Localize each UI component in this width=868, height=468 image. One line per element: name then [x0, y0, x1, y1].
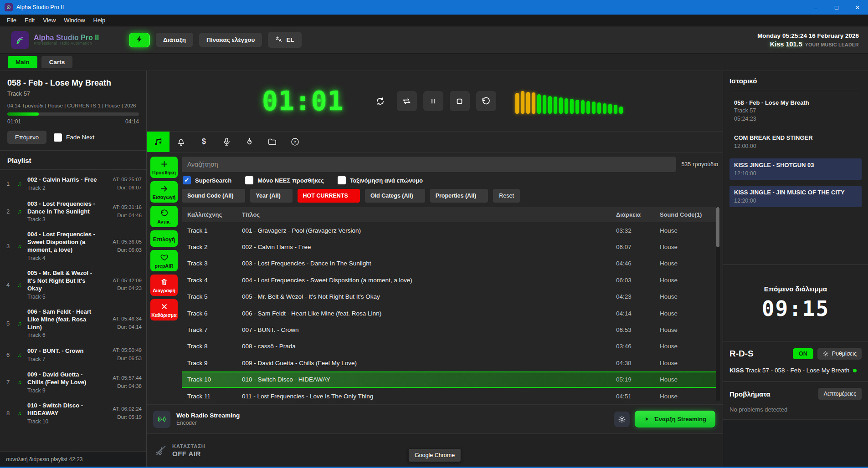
search-option: SuperSearch	[183, 176, 231, 184]
playlist-item[interactable]: 2 ♫ 003 - Lost Frequencies - Dance In Th…	[0, 196, 146, 227]
filter-dropdown[interactable]: Properties (All)	[430, 189, 488, 203]
next-button[interactable]: Επόμενο	[7, 131, 46, 144]
table-row[interactable]: Track 1 001 - Gravagerz - Pool (Gravager…	[182, 222, 720, 239]
transport-icon	[481, 97, 491, 106]
now-playing-times: 01:01 04:14	[7, 118, 139, 125]
search-option-checkbox[interactable]	[245, 176, 253, 184]
transport-button[interactable]	[423, 91, 443, 111]
library-action-button[interactable]: Προσθήκη	[150, 157, 178, 178]
filter-dropdown[interactable]: Sound Code (All)	[182, 189, 245, 203]
search-option-checkbox[interactable]	[338, 176, 346, 184]
next-break-timer: 09:15	[762, 296, 829, 321]
app-icon	[5, 3, 13, 11]
table-row[interactable]: Track 4 004 - Lost Frequencies - Sweet D…	[182, 272, 720, 288]
library-tab[interactable]: ?	[283, 132, 306, 152]
control-panel-button[interactable]: Πίνακας ελέγχου	[199, 33, 262, 47]
history-item[interactable]: 058 - Feb - Lose My Breath Track 57 05:2…	[729, 96, 862, 125]
brand-block: Alpha Studio Pro II Professional Radio A…	[34, 34, 99, 46]
table-row[interactable]: Track 2 002 - Calvin Harris - Free 06:07…	[182, 239, 720, 255]
history-item[interactable]: COM BREAK END STINGER 12:00:00	[729, 131, 862, 153]
table-row[interactable]: Track 7 007 - BUNT. - Crown 06:53 House	[182, 321, 720, 338]
language-button[interactable]: EL	[268, 32, 301, 48]
menu-item[interactable]: View	[39, 15, 60, 26]
library-action-button[interactable]: Καθάρισμα	[150, 299, 178, 320]
minimize-button[interactable]: –	[805, 0, 826, 15]
playlist-item[interactable]: 5 ♫ 006 - Sam Feldt - Heart Like Mine (f…	[0, 304, 146, 343]
history-item-title: KISS JINGLE - SHOTGUN 03	[734, 162, 857, 168]
library-tab[interactable]	[215, 132, 238, 152]
library-action-button[interactable]: prepAIR	[150, 250, 178, 271]
tab-carts[interactable]: Carts	[41, 56, 73, 68]
transport-button[interactable]	[370, 91, 390, 111]
playlist-item-schedule: AT: 05:57:44 Dur: 04:38	[103, 374, 142, 391]
transport-button[interactable]	[450, 91, 470, 111]
tab-main[interactable]: Main	[8, 56, 37, 68]
history-item[interactable]: KISS JINGLE - SHOTGUN 03 12:10:00	[729, 158, 862, 180]
playlist-item[interactable]: 8 ♫ 010 - Switch Disco - HIDEAWAY Track …	[0, 398, 146, 429]
playlist-item-title: 007 - BUNT. - Crown	[27, 347, 99, 355]
library-tab[interactable]	[238, 132, 261, 152]
library-action-button[interactable]: Εισαγωγή	[150, 181, 178, 203]
cell-sound-code: House	[660, 227, 720, 234]
menu-item[interactable]: Window	[60, 15, 89, 26]
layout-button[interactable]: Διάταξη	[156, 33, 193, 47]
reset-button[interactable]: Reset	[493, 189, 520, 203]
playlist-header: Playlist	[0, 151, 146, 170]
scrollbar-thumb[interactable]	[716, 207, 719, 247]
cell-duration: 04:23	[616, 293, 660, 300]
quick-action-button[interactable]	[129, 33, 150, 47]
filter-row: Sound Code (All) Year (All)	[182, 189, 720, 203]
library-action-button[interactable]: Διαγραφή	[150, 275, 178, 296]
taskbar-chrome-item[interactable]: Google Chrome	[409, 449, 461, 462]
search-option-checkbox[interactable]	[183, 176, 191, 184]
playlist-item-schedule: AT: 05:50:49 Dur: 06:53	[103, 346, 142, 363]
filter-dropdown[interactable]: HOT CURRENTS	[298, 189, 360, 203]
playlist-item[interactable]: 1 ♫ 002 - Calvin Harris - Free Track 2 A…	[0, 172, 146, 196]
playlist-item-schedule: AT: 05:36:05 Dur: 06:03	[103, 238, 142, 254]
close-button[interactable]: ✕	[847, 0, 868, 15]
details-button[interactable]: Λεπτομέρειες	[818, 388, 862, 400]
vu-bar	[559, 97, 563, 114]
search-input[interactable]	[182, 157, 676, 172]
rds-on-badge[interactable]: ON	[793, 348, 813, 359]
playlist-item[interactable]: 6 ♫ 007 - BUNT. - Crown Track 7 AT: 05:5…	[0, 342, 146, 367]
table-body: Track 1 001 - Gravagerz - Pool (Gravager…	[182, 222, 720, 401]
library-action-button[interactable]: Επιλογή	[150, 230, 178, 247]
transport-button[interactable]	[397, 91, 417, 111]
table-row[interactable]: Track 6 006 - Sam Feldt - Heart Like Min…	[182, 305, 720, 321]
playlist-item[interactable]: 3 ♫ 004 - Lost Frequencies - Sweet Dispo…	[0, 227, 146, 265]
library-tab[interactable]: $	[192, 132, 215, 152]
rds-settings-button[interactable]: Ρυθμίσεις	[817, 348, 862, 360]
library-tab[interactable]	[261, 132, 283, 152]
history-item-subtitle: Track 57	[734, 107, 857, 114]
menu-item[interactable]: Edit	[21, 15, 39, 26]
transport-button[interactable]	[476, 91, 496, 111]
start-streaming-button[interactable]: Έναρξη Streaming	[635, 411, 715, 427]
menu-item[interactable]: File	[3, 15, 21, 26]
streaming-settings-button[interactable]	[614, 412, 630, 427]
playlist-item[interactable]: 4 ♫ 005 - Mr. Belt & Wezol - It's Not Ri…	[0, 265, 146, 304]
library-tab-icon	[267, 137, 277, 147]
cell-artist: Track 11	[182, 393, 242, 400]
playlist-item-track: Track 6	[27, 332, 99, 338]
table-row[interactable]: Track 5 005 - Mr. Belt & Wezol - It's No…	[182, 289, 720, 305]
filter-dropdown[interactable]: Old Categs (All)	[365, 189, 425, 203]
playlist-item-number: 5	[6, 320, 12, 327]
fade-next-checkbox[interactable]	[54, 133, 62, 142]
library-tab[interactable]	[169, 132, 192, 152]
table-row[interactable]: Track 9 009 - David Guetta - Chills (Fee…	[182, 355, 720, 371]
playlist-item[interactable]: 7 ♫ 009 - David Guetta - Chills (Feel My…	[0, 367, 146, 398]
table-row[interactable]: Track 8 008 - cassö - Prada 03:46 House	[182, 338, 720, 355]
table-row[interactable]: Track 3 003 - Lost Frequencies - Dance I…	[182, 255, 720, 272]
library-action-button[interactable]: Αντικ.	[150, 206, 178, 227]
filter-dropdown[interactable]: Year (All)	[250, 189, 292, 203]
table-scrollbar[interactable]	[716, 207, 720, 401]
library-tab[interactable]	[147, 132, 169, 152]
playlist-total-duration: συνολική διάρκεια playlist 42:23	[0, 451, 146, 467]
history-item[interactable]: KISS JINGLE - JIN MUSIC OF THE CITY 12:2…	[729, 186, 862, 207]
maximize-button[interactable]: □	[826, 0, 847, 15]
cell-title: 004 - Lost Frequencies - Sweet Dispositi…	[242, 277, 616, 284]
menu-item[interactable]: Help	[89, 15, 110, 26]
table-row[interactable]: Track 11 011 - Lost Frequencies - Love I…	[182, 388, 720, 401]
table-row[interactable]: Track 10 010 - Switch Disco - HIDEAWAY 0…	[182, 371, 720, 388]
